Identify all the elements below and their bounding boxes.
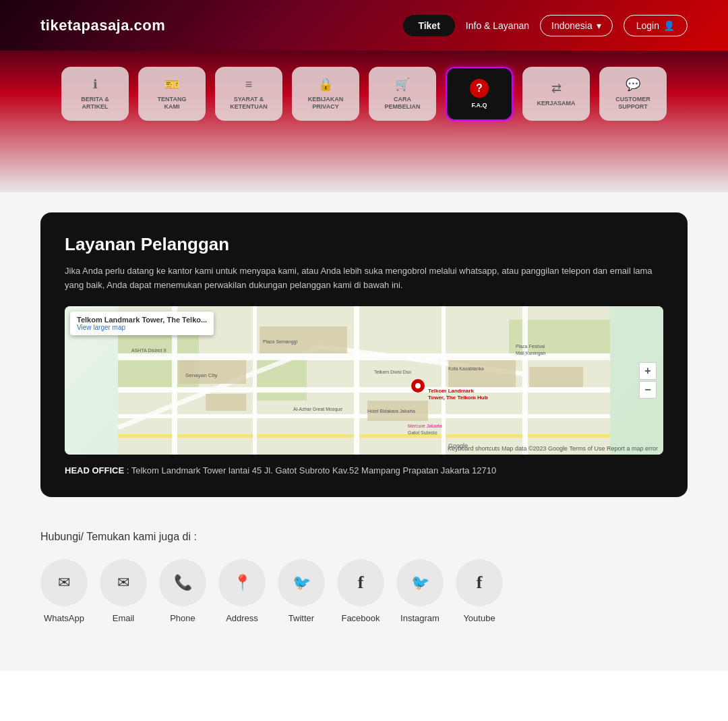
logo: tiketapasaja.com xyxy=(40,17,165,34)
svg-text:Mercure Jakarta: Mercure Jakarta xyxy=(408,424,442,428)
svg-rect-12 xyxy=(522,306,528,455)
svg-rect-11 xyxy=(442,306,446,455)
main-content: Layanan Pelanggan Jika Anda perlu datang… xyxy=(0,192,728,670)
menu-kebijakan[interactable]: 🔒 KEBIJAKANPRIVACY xyxy=(292,67,359,121)
svg-rect-19 xyxy=(206,394,246,411)
menu-kerjasama-label: KERJASAMA xyxy=(537,100,575,107)
cs-description: Jika Anda perlu datang ke kantor kami un… xyxy=(65,264,663,293)
svg-point-32 xyxy=(415,383,421,388)
menu-kebijakan-label: KEBIJAKANPRIVACY xyxy=(308,96,344,111)
instagram-label: Instagram xyxy=(400,613,439,623)
svg-rect-7 xyxy=(118,434,610,438)
contact-facebook[interactable]: f Facebook xyxy=(337,559,384,623)
menu-faq[interactable]: ? F.A.Q xyxy=(446,67,513,121)
svg-text:Mall Kuningan: Mall Kuningan xyxy=(516,351,545,356)
chat-icon: 💬 xyxy=(626,77,640,92)
contact-address[interactable]: 📍 Address xyxy=(218,559,266,623)
tiket-button[interactable]: Tiket xyxy=(403,15,454,36)
login-button[interactable]: Login 👤 xyxy=(624,15,688,36)
svg-rect-5 xyxy=(118,387,610,393)
email-label: Email xyxy=(113,613,135,623)
contact-youtube[interactable]: f Youtube xyxy=(456,559,503,623)
contact-icons: ✉ WhatsApp ✉ Email 📞 Phone 📍 Address 🐦 T… xyxy=(40,559,688,623)
head-office-label: HEAD OFFICE xyxy=(65,465,124,475)
svg-rect-6 xyxy=(118,414,610,418)
menu-tentang[interactable]: 🎫 TENTANGKAMI xyxy=(138,67,206,121)
menu-tentang-label: TENTANGKAMI xyxy=(158,96,187,111)
cart-icon: 🛒 xyxy=(395,77,410,92)
whatsapp-icon: ✉ xyxy=(40,559,88,606)
twitter-label: Twitter xyxy=(289,613,314,623)
cs-title: Layanan Pelanggan xyxy=(65,234,663,255)
svg-text:Hotel Bidakara Jakarta: Hotel Bidakara Jakarta xyxy=(367,409,415,413)
contact-twitter[interactable]: 🐦 Twitter xyxy=(278,559,325,623)
contact-whatsapp[interactable]: ✉ WhatsApp xyxy=(40,559,88,623)
hero-area: ℹ BERITA &ARTIKEL 🎫 TENTANGKAMI ≡ SYARAT… xyxy=(0,51,728,192)
contact-section: Hubungi/ Temukan kami juga di : ✉ WhatsA… xyxy=(40,524,688,630)
chevron-down-icon: ▾ xyxy=(597,20,601,31)
login-label: Login xyxy=(636,20,659,31)
address-icon: 📍 xyxy=(218,559,266,606)
head-office-address-text: : Telkom Landmark Tower lantai 45 Jl. Ga… xyxy=(127,465,496,475)
whatsapp-label: WhatsApp xyxy=(44,613,84,623)
svg-rect-18 xyxy=(529,367,583,387)
contact-phone[interactable]: 📞 Phone xyxy=(159,559,206,623)
contact-title: Hubungi/ Temukan kami juga di : xyxy=(40,531,688,543)
list-icon: ≡ xyxy=(245,78,253,92)
lang-label: Indonesia xyxy=(551,20,593,31)
svg-text:Senayan City: Senayan City xyxy=(185,372,218,378)
svg-text:Gatot Subroto: Gatot Subroto xyxy=(408,430,437,435)
language-selector[interactable]: Indonesia ▾ xyxy=(540,15,613,36)
head-office-address: HEAD OFFICE : Telkom Landmark Tower lant… xyxy=(65,465,663,475)
svg-text:Telkom Landmark: Telkom Landmark xyxy=(428,388,474,394)
contact-email[interactable]: ✉ Email xyxy=(100,559,147,623)
email-icon: ✉ xyxy=(100,559,147,606)
lock-icon: 🔒 xyxy=(318,77,333,92)
menu-customer-support[interactable]: 💬 CUSTOMERSUPPORT xyxy=(599,67,667,121)
menu-berita-label: BERITA &ARTIKEL xyxy=(81,96,109,111)
svg-rect-9 xyxy=(253,306,257,455)
exchange-icon: ⇄ xyxy=(551,81,562,96)
map-inner: Senayan City Plaza Semanggi Kota Kasabla… xyxy=(65,306,663,455)
user-icon: 👤 xyxy=(663,20,675,31)
menu-cara[interactable]: 🛒 CARAPEMBELIAN xyxy=(369,67,436,121)
info-layanan-link[interactable]: Info & Layanan xyxy=(466,20,529,31)
address-label: Address xyxy=(226,613,258,623)
menu-syarat-label: SYARAT &KETENTUAN xyxy=(230,96,268,111)
map-view-larger[interactable]: View larger map xyxy=(77,324,207,331)
map-zoom-in[interactable]: + xyxy=(639,362,657,380)
youtube-icon: f xyxy=(456,559,503,606)
svg-text:Plaza Festival: Plaza Festival xyxy=(516,344,545,349)
map-credits: Keyboard shortcuts Map data ©2023 Google… xyxy=(448,445,658,452)
menu-customer-support-label: CUSTOMERSUPPORT xyxy=(615,96,650,111)
header: tiketapasaja.com Tiket Info & Layanan In… xyxy=(0,0,728,51)
menu-kerjasama[interactable]: ⇄ KERJASAMA xyxy=(522,67,590,121)
menu-icons: ℹ BERITA &ARTIKEL 🎫 TENTANGKAMI ≡ SYARAT… xyxy=(40,67,688,121)
map-container[interactable]: Senayan City Plaza Semanggi Kota Kasabla… xyxy=(65,306,663,455)
twitter-icon: 🐦 xyxy=(278,559,325,606)
menu-faq-label: F.A.Q xyxy=(471,102,487,109)
svg-text:Kota Kasablanka: Kota Kasablanka xyxy=(448,366,484,371)
map-popup: Telkom Landmark Tower, The Telko... View… xyxy=(70,312,214,335)
menu-cara-label: CARAPEMBELIAN xyxy=(384,96,420,111)
phone-icon: 📞 xyxy=(159,559,206,606)
svg-rect-17 xyxy=(448,360,516,387)
menu-syarat[interactable]: ≡ SYARAT &KETENTUAN xyxy=(215,67,282,121)
info-icon: ℹ xyxy=(93,77,98,92)
customer-service-card: Layanan Pelanggan Jika Anda perlu datang… xyxy=(40,212,688,497)
svg-text:Telkom Divisi Dso: Telkom Divisi Dso xyxy=(374,370,411,374)
instagram-icon: 🐦 xyxy=(396,559,444,606)
map-zoom-out[interactable]: − xyxy=(639,381,657,399)
svg-rect-10 xyxy=(354,306,359,455)
svg-text:Al-Azhar Great Mosque: Al-Azhar Great Mosque xyxy=(293,407,342,412)
youtube-label: Youtube xyxy=(463,613,495,623)
svg-rect-2 xyxy=(253,360,307,401)
faq-question-icon: ? xyxy=(470,79,489,98)
phone-label: Phone xyxy=(170,613,195,623)
nav: Tiket Info & Layanan Indonesia ▾ Login 👤 xyxy=(403,15,688,36)
facebook-icon: f xyxy=(337,559,384,606)
menu-berita[interactable]: ℹ BERITA &ARTIKEL xyxy=(61,67,129,121)
contact-instagram[interactable]: 🐦 Instagram xyxy=(396,559,444,623)
facebook-label: Facebook xyxy=(341,613,380,623)
map-zoom-controls: + − xyxy=(639,362,657,399)
